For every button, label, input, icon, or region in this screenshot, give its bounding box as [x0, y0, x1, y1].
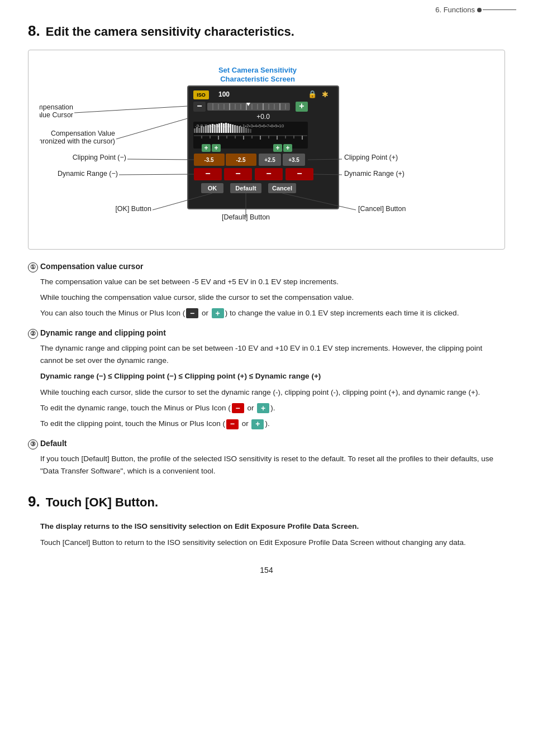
svg-rect-37: [205, 126, 207, 133]
svg-rect-36: [203, 127, 204, 133]
svg-text:[Cancel] Button: [Cancel] Button: [358, 205, 406, 213]
svg-line-109: [127, 159, 194, 160]
svg-text:−: −: [297, 169, 302, 178]
step9-bold: The display returns to the ISO sensitivi…: [40, 520, 505, 533]
svg-rect-41: [214, 125, 216, 133]
svg-rect-57: [250, 129, 251, 133]
plus-green-icon-2: +: [251, 419, 264, 429]
step9-body: The display returns to the ISO sensitivi…: [28, 520, 505, 549]
svg-text:Compensation: Compensation: [40, 103, 73, 111]
svg-rect-56: [248, 128, 249, 133]
section-1-p3: You can also touch the Minus or Plus Ico…: [40, 307, 505, 319]
svg-text:[OK] Button: [OK] Button: [115, 205, 151, 213]
plus-icon-inline: +: [212, 308, 224, 318]
svg-text:Value Cursor: Value Cursor: [40, 111, 73, 119]
section-2: ② Dynamic range and clipping point The d…: [28, 328, 505, 430]
svg-rect-51: [236, 126, 238, 133]
step8-title: 8. Edit the camera sensitivity character…: [28, 22, 505, 40]
section-2-num: ②: [28, 329, 38, 339]
svg-rect-48: [230, 124, 231, 133]
minus-red-icon: −: [232, 403, 244, 413]
svg-rect-53: [241, 127, 242, 133]
section-1-p2: While touching the compensation value cu…: [40, 291, 505, 304]
svg-line-111: [119, 174, 194, 175]
svg-rect-45: [223, 123, 225, 133]
svg-text:−: −: [266, 169, 271, 178]
svg-text:• 1•2•3•4•5•6•7•8•9•10: • 1•2•3•4•5•6•7•8•9•10: [240, 123, 284, 128]
svg-text:-2.5: -2.5: [236, 157, 246, 163]
svg-rect-35: [201, 126, 202, 133]
svg-text:Dynamic Range (+): Dynamic Range (+): [344, 170, 404, 178]
section-1-p1: The compensation value can be set betwee…: [40, 276, 505, 288]
svg-text:Cancel: Cancel: [272, 185, 292, 192]
section-2-heading: ② Dynamic range and clipping point: [28, 328, 505, 339]
step9-p1: Touch [Cancel] Button to return to the I…: [40, 537, 505, 549]
section-2-bold: Dynamic range (−) ≤ Clipping point (−) ≤…: [40, 370, 505, 382]
diagram-container: Set Camera Sensitivity Characteristic Sc…: [28, 50, 505, 250]
page-header: 6. Functions: [0, 0, 533, 17]
svg-rect-33: [196, 127, 198, 133]
svg-text:Dynamic Range (−): Dynamic Range (−): [58, 170, 118, 178]
svg-text:Compensation Value: Compensation Value: [51, 130, 115, 137]
header-dot: [477, 8, 482, 12]
svg-text:+: +: [214, 144, 218, 152]
svg-text:+: +: [285, 144, 289, 152]
minus-red-icon-2: −: [226, 419, 239, 429]
svg-rect-39: [210, 125, 211, 133]
svg-rect-38: [207, 125, 209, 133]
svg-rect-32: [194, 128, 196, 133]
main-content: 8. Edit the camera sensitivity character…: [0, 17, 533, 602]
svg-text:+0.0: +0.0: [256, 113, 270, 121]
svg-text:Clipping Point (−): Clipping Point (−): [73, 154, 126, 161]
svg-text:100: 100: [218, 90, 230, 98]
svg-text:+: +: [299, 101, 304, 111]
svg-rect-54: [243, 127, 245, 133]
section-3: ③ Default If you touch [Default] Button,…: [28, 439, 505, 477]
svg-rect-50: [234, 125, 236, 133]
section-2-p1: The dynamic range and clipping point can…: [40, 342, 505, 367]
svg-rect-44: [221, 123, 222, 133]
section-1: ① Compensation value cursor The compensa…: [28, 262, 505, 319]
page-number: 154: [28, 566, 505, 586]
section-1-body: The compensation value can be set betwee…: [28, 276, 505, 320]
svg-text:+2.5: +2.5: [264, 157, 275, 163]
svg-text:🔒: 🔒: [308, 89, 317, 99]
svg-rect-43: [218, 123, 220, 133]
section-2-body: The dynamic range and clipping point can…: [28, 342, 505, 430]
svg-text:−: −: [197, 101, 202, 111]
svg-text:+: +: [275, 144, 279, 152]
svg-text:(Synchronized with the cursor): (Synchronized with the cursor): [40, 137, 115, 145]
svg-text:+: +: [204, 144, 208, 152]
svg-text:−: −: [235, 169, 240, 178]
section-2-p3: While touching each cursor, slide the cu…: [40, 386, 505, 399]
svg-rect-47: [227, 123, 229, 133]
svg-text:Set Camera Sensitivity: Set Camera Sensitivity: [218, 66, 297, 74]
svg-text:-3.5: -3.5: [204, 157, 214, 163]
svg-text:✱: ✱: [322, 90, 329, 99]
section-1-num: ①: [28, 262, 38, 272]
svg-text:OK: OK: [208, 185, 217, 192]
svg-text:+3.5: +3.5: [288, 157, 299, 163]
svg-line-104: [74, 106, 188, 113]
svg-rect-55: [245, 128, 247, 133]
chapter-label: 6.: [435, 6, 441, 14]
section-3-num: ③: [28, 439, 38, 449]
header-title: Functions: [444, 6, 475, 14]
step9-title: 9. Touch [OK] Button.: [28, 493, 505, 510]
section-2-p5: To edit the clipping point, touch the Mi…: [40, 418, 505, 430]
section-1-heading: ① Compensation value cursor: [28, 262, 505, 272]
svg-rect-52: [239, 126, 240, 133]
svg-text:−: −: [205, 169, 210, 178]
section-3-p1: If you touch [Default] Button, the profi…: [40, 453, 505, 478]
svg-text:Clipping Point (+): Clipping Point (+): [344, 154, 398, 161]
svg-line-107: [116, 118, 188, 139]
plus-green-icon: +: [257, 403, 269, 413]
section-3-heading: ③ Default: [28, 439, 505, 449]
svg-text:ISO: ISO: [197, 92, 206, 98]
svg-rect-40: [212, 124, 213, 133]
svg-text:Default: Default: [235, 185, 256, 192]
diagram-svg: Set Camera Sensitivity Characteristic Sc…: [40, 60, 498, 239]
section-2-p4: To edit the dynamic range, touch the Min…: [40, 402, 505, 414]
step9-section: 9. Touch [OK] Button. The display return…: [28, 493, 505, 549]
minus-icon-inline: −: [186, 308, 198, 318]
